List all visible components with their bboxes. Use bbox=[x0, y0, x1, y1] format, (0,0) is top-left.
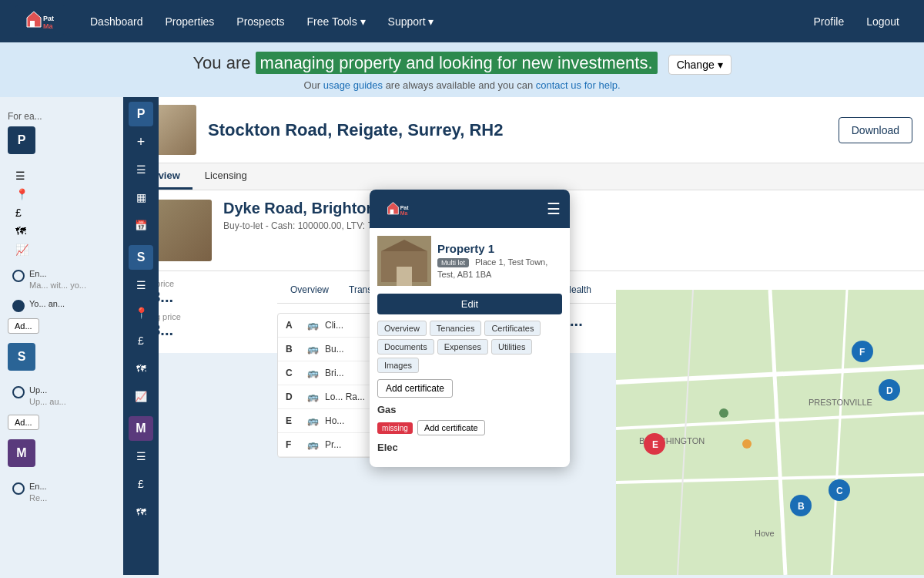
icon-btn-map3[interactable]: 🗺 bbox=[129, 499, 153, 524]
sidebar-icon-map[interactable]: 🗺 bbox=[11, 222, 116, 240]
svg-text:Ma: Ma bbox=[400, 210, 408, 216]
tab-pill-overview[interactable]: Overview bbox=[377, 321, 427, 336]
tab-pill-documents[interactable]: Documents bbox=[377, 339, 434, 355]
svg-text:Pat: Pat bbox=[43, 15, 54, 22]
icon-btn-list2[interactable]: ☰ bbox=[129, 273, 153, 297]
mobile-content: Property 1 Multi let Place 1, Test Town,… bbox=[370, 228, 570, 467]
tab-pill-tenancies[interactable]: Tenancies bbox=[430, 321, 482, 336]
bus-icon-d: 🚌 bbox=[307, 391, 319, 402]
mobile-prop-name: Property 1 bbox=[437, 242, 562, 255]
icon-btn-pin[interactable]: 📍 bbox=[129, 301, 153, 325]
banner: You are managing property and looking fo… bbox=[0, 42, 924, 97]
radio-label-2: Yo... an... bbox=[29, 298, 65, 310]
tab-pill-utilities[interactable]: Utilities bbox=[491, 339, 532, 355]
svg-text:D: D bbox=[886, 385, 893, 396]
sidebar-icon-chart[interactable]: 📈 bbox=[11, 240, 116, 259]
icon-btn-grid[interactable]: ▦ bbox=[129, 185, 153, 210]
logo[interactable]: Pat Ma bbox=[15, 5, 65, 37]
cert-gas-title: Gas bbox=[377, 404, 562, 415]
tab-licensing[interactable]: Licensing bbox=[192, 163, 259, 190]
icon-btn-s[interactable]: S bbox=[129, 245, 153, 270]
radio-option-1[interactable]: En... Ma... wit... yo... bbox=[8, 265, 116, 295]
icon-btn-pound2[interactable]: £ bbox=[129, 472, 153, 496]
edit-button[interactable]: Edit bbox=[377, 294, 562, 314]
change-button[interactable]: Change ▾ bbox=[668, 55, 732, 75]
radio-option-2[interactable]: Yo... an... bbox=[8, 295, 116, 315]
icon-btn-pound[interactable]: £ bbox=[129, 328, 153, 353]
bus-icon-e: 🚌 bbox=[307, 415, 319, 426]
tabs-row: Overview Licensing bbox=[123, 163, 924, 190]
svg-text:F: F bbox=[859, 347, 865, 358]
radio-desc-4: Re... bbox=[29, 492, 47, 504]
icon-btn-plus[interactable]: + bbox=[129, 129, 153, 154]
top-navigation: Pat Ma Dashboard Properties Prospects Fr… bbox=[0, 0, 924, 42]
cert-elec-title: Elec bbox=[377, 442, 562, 453]
icon-btn-map2[interactable]: 🗺 bbox=[129, 356, 153, 381]
icon-btn-list3[interactable]: ☰ bbox=[129, 444, 153, 469]
sidebar-avatar-m[interactable]: M bbox=[8, 439, 35, 467]
radio-circle-3 bbox=[12, 386, 25, 398]
sidebar-icon-list1[interactable]: ☰ bbox=[11, 166, 116, 185]
nav-prospects[interactable]: Prospects bbox=[227, 11, 293, 32]
ptab-overview[interactable]: Overview bbox=[281, 278, 338, 303]
map-area[interactable]: BLATCHINGTON PRESTONVILLE Hove F D E C B bbox=[616, 290, 924, 575]
tab-pill-expenses[interactable]: Expenses bbox=[437, 339, 488, 355]
radio-desc-3: Up... au... bbox=[29, 396, 66, 408]
nav-profile[interactable]: Profile bbox=[804, 11, 853, 32]
bus-icon-a: 🚌 bbox=[307, 320, 319, 331]
sidebar-icon-location[interactable]: 📍 bbox=[11, 185, 116, 203]
contact-link[interactable]: contact us for help. bbox=[536, 79, 621, 91]
sidebar-avatar-s[interactable]: S bbox=[8, 343, 35, 371]
banner-prefix: You are bbox=[192, 53, 250, 72]
transport-letter-c: C bbox=[286, 368, 301, 378]
mobile-logo: Pat Ma bbox=[379, 197, 417, 220]
svg-text:Ma: Ma bbox=[43, 22, 53, 30]
nav-support[interactable]: Support ▾ bbox=[379, 11, 444, 32]
transport-letter-a: A bbox=[286, 320, 301, 331]
radio-label-4: En... bbox=[29, 481, 47, 492]
add-certificate-button[interactable]: Add certificate bbox=[377, 379, 453, 398]
radio-desc-1: Ma... wit... yo... bbox=[29, 280, 86, 291]
download-button[interactable]: Download bbox=[839, 117, 912, 143]
radio-option-3[interactable]: Up... Up... au... bbox=[8, 381, 116, 412]
svg-text:C: C bbox=[836, 486, 843, 496]
mobile-prop-row: Property 1 Multi let Place 1, Test Town,… bbox=[377, 236, 562, 286]
sidebar-avatar-p[interactable]: P bbox=[8, 126, 35, 154]
tab-pill-certificates[interactable]: Certificates bbox=[484, 321, 541, 336]
gas-missing-badge: missing bbox=[377, 422, 413, 434]
svg-rect-2 bbox=[30, 21, 35, 27]
bus-icon-b: 🚌 bbox=[307, 344, 319, 355]
tab-pill-images[interactable]: Images bbox=[377, 358, 419, 373]
add-btn-2[interactable]: Ad... bbox=[8, 415, 39, 430]
transport-letter-e: E bbox=[286, 415, 301, 426]
map-icon: 🗺 bbox=[15, 225, 26, 237]
banner-sub: Our usage guides are always available an… bbox=[15, 79, 909, 91]
mobile-header: Pat Ma ☰ bbox=[370, 190, 570, 228]
icon-btn-trend[interactable]: 📈 bbox=[129, 384, 153, 408]
sidebar-title: For ea... bbox=[8, 111, 116, 122]
hamburger-icon[interactable]: ☰ bbox=[547, 200, 561, 218]
add-btn-1[interactable]: Ad... bbox=[8, 318, 39, 334]
radio-label-1: En... bbox=[29, 268, 86, 280]
sidebar-icon-currency[interactable]: £ bbox=[11, 203, 116, 222]
radio-circle-4 bbox=[12, 482, 25, 495]
svg-point-25 bbox=[719, 408, 728, 418]
nav-logout[interactable]: Logout bbox=[857, 11, 909, 32]
svg-text:Pat: Pat bbox=[400, 205, 409, 210]
nav-free-tools[interactable]: Free Tools ▾ bbox=[298, 11, 375, 32]
icon-btn-m[interactable]: M bbox=[129, 416, 153, 441]
chart-icon: 📈 bbox=[15, 244, 28, 256]
usage-guides-link[interactable]: usage guides bbox=[323, 79, 383, 91]
currency-icon: £ bbox=[15, 207, 22, 219]
transport-letter-b: B bbox=[286, 344, 301, 355]
gas-add-cert-btn[interactable]: Add certificate bbox=[417, 420, 485, 435]
icon-btn-calendar[interactable]: 📅 bbox=[129, 213, 153, 237]
svg-text:Hove: Hove bbox=[755, 529, 775, 538]
icon-btn-p[interactable]: P bbox=[129, 102, 153, 126]
bus-icon-f: 🚌 bbox=[307, 439, 319, 450]
nav-dashboard[interactable]: Dashboard bbox=[81, 11, 152, 32]
icon-btn-list1[interactable]: ☰ bbox=[129, 157, 153, 182]
radio-option-4[interactable]: En... Re... bbox=[8, 478, 116, 508]
nav-properties[interactable]: Properties bbox=[156, 11, 224, 32]
radio-circle-1 bbox=[12, 270, 25, 282]
